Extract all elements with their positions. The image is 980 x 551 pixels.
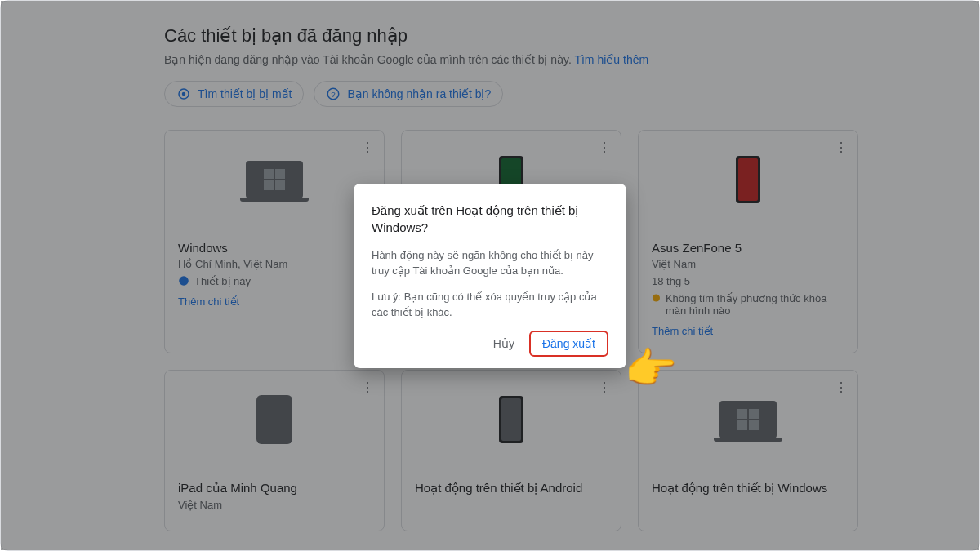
- signout-dialog: Đăng xuất trên Hoạt động trên thiết bị W…: [354, 184, 626, 368]
- signout-button[interactable]: Đăng xuất: [529, 331, 608, 357]
- pointing-hand-icon: 👈: [621, 344, 679, 393]
- cancel-button[interactable]: Hủy: [483, 331, 524, 357]
- dialog-body: Hành động này sẽ ngăn không cho thiết bị…: [372, 247, 608, 279]
- dialog-title: Đăng xuất trên Hoạt động trên thiết bị W…: [372, 202, 608, 236]
- dialog-note: Lưu ý: Bạn cũng có thể xóa quyền truy cậ…: [372, 289, 608, 321]
- modal-scrim: Đăng xuất trên Hoạt động trên thiết bị W…: [1, 1, 979, 550]
